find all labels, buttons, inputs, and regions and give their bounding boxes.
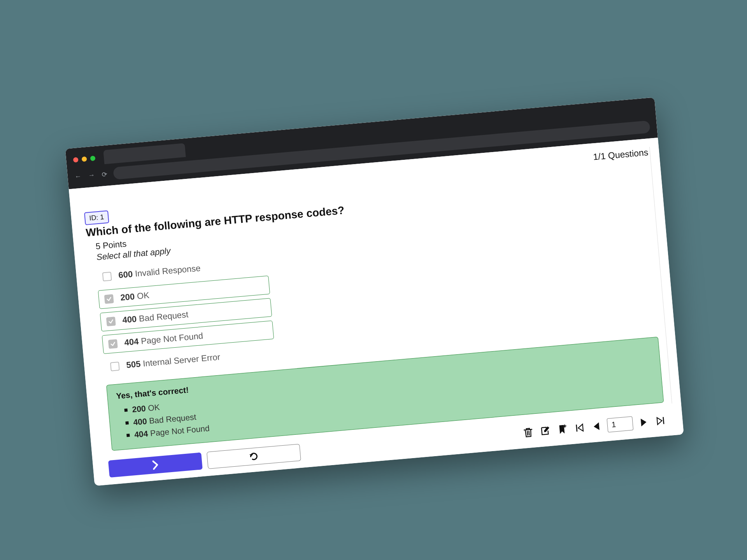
answer-checkbox[interactable] bbox=[102, 271, 112, 281]
answer-checkbox[interactable] bbox=[110, 361, 120, 371]
answer-code: 400 bbox=[122, 314, 137, 325]
answer-checkbox[interactable] bbox=[106, 317, 116, 326]
triangle-right-icon bbox=[639, 417, 648, 428]
answer-label: 200 OK bbox=[120, 290, 150, 303]
edit-icon bbox=[539, 425, 551, 437]
answer-label: 505 Internal Server Error bbox=[126, 352, 221, 370]
answer-checkbox[interactable] bbox=[108, 339, 118, 349]
toolbar-icons bbox=[521, 413, 668, 440]
delete-button[interactable] bbox=[521, 425, 535, 439]
browser-reload-button[interactable]: ⟳ bbox=[102, 170, 108, 178]
answer-checkbox[interactable] bbox=[104, 294, 114, 304]
submit-button[interactable] bbox=[108, 452, 203, 478]
answer-label: 404 Page Not Found bbox=[124, 331, 204, 348]
questions-counter: 1/1 Questions bbox=[593, 147, 649, 162]
window-controls bbox=[73, 156, 96, 163]
feedback-code: 404 bbox=[134, 429, 148, 439]
trash-icon bbox=[523, 427, 533, 438]
browser-forward-button[interactable]: → bbox=[88, 172, 95, 180]
next-page-button[interactable] bbox=[637, 415, 651, 429]
edit-button[interactable] bbox=[538, 424, 552, 438]
page-content: 1/1 Questions ID: 1 Which of the followi… bbox=[69, 138, 684, 486]
answer-code: 505 bbox=[126, 359, 141, 370]
browser-back-button[interactable]: ← bbox=[74, 173, 82, 181]
prev-page-button[interactable] bbox=[590, 420, 603, 433]
first-page-button[interactable] bbox=[573, 421, 586, 435]
question-id-badge: ID: 1 bbox=[84, 210, 109, 225]
browser-nav-controls: ← → ⟳ bbox=[74, 170, 108, 181]
undo-icon bbox=[248, 450, 260, 462]
window-minimize-button[interactable] bbox=[82, 156, 87, 162]
bookmark-button[interactable] bbox=[556, 423, 569, 436]
answer-label: 600 Invalid Response bbox=[118, 263, 201, 280]
page-number-input[interactable] bbox=[607, 416, 633, 432]
bookmark-add-icon bbox=[557, 424, 568, 435]
triangle-left-icon bbox=[592, 421, 601, 432]
check-icon bbox=[106, 296, 112, 302]
feedback-code: 200 bbox=[132, 404, 146, 414]
check-icon bbox=[108, 318, 114, 324]
check-icon bbox=[110, 341, 116, 347]
skip-back-icon bbox=[574, 422, 585, 433]
answer-label: 400 Bad Request bbox=[122, 310, 189, 326]
chevron-right-icon bbox=[151, 459, 159, 471]
answer-code: 200 bbox=[120, 292, 135, 303]
window-maximize-button[interactable] bbox=[90, 156, 95, 161]
reset-button[interactable] bbox=[207, 444, 301, 469]
feedback-code: 400 bbox=[133, 416, 147, 427]
skip-forward-icon bbox=[655, 415, 666, 426]
browser-window: ← → ⟳ 1/1 Questions ID: 1 Which of the f… bbox=[65, 97, 684, 486]
answer-code: 404 bbox=[124, 336, 139, 347]
answer-code: 600 bbox=[118, 269, 133, 280]
window-close-button[interactable] bbox=[73, 157, 79, 163]
last-page-button[interactable] bbox=[654, 414, 668, 428]
question-area: ID: 1 Which of the following are HTTP re… bbox=[82, 163, 672, 478]
